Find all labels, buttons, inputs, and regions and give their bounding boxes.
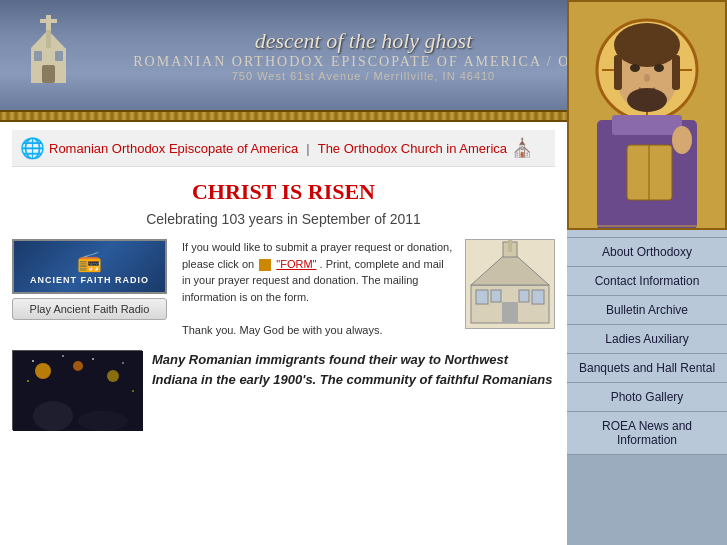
sidebar-item-contact-information[interactable]: Contact Information <box>567 267 727 296</box>
svg-rect-34 <box>532 290 544 304</box>
immigrants-section: Many Romanian immigrants found their way… <box>12 350 555 430</box>
svg-point-19 <box>627 88 667 112</box>
church-icon <box>18 10 78 95</box>
ancient-faith-radio-banner: 📻 ANCIENT FAITH RADIO <box>12 239 167 294</box>
svg-point-47 <box>27 380 29 382</box>
svg-point-43 <box>32 360 34 362</box>
christ-risen-heading: CHRIST IS RISEN <box>12 179 555 205</box>
sidebar-item-bulletin-archive[interactable]: Bulletin Archive <box>567 296 727 325</box>
prayer-icon-small <box>259 259 271 271</box>
radio-box: 📻 ANCIENT FAITH RADIO Play Ancient Faith… <box>12 239 172 320</box>
svg-point-41 <box>33 401 73 431</box>
svg-rect-15 <box>672 55 680 90</box>
page-header: descent of the holy ghost Romanian Ortho… <box>0 0 727 110</box>
sidebar-item-photo-gallery[interactable]: Photo Gallery <box>567 383 727 412</box>
svg-rect-6 <box>55 51 63 61</box>
prayer-text-block: If you would like to submit a prayer req… <box>182 239 455 338</box>
church-building-image <box>465 239 555 329</box>
svg-point-40 <box>107 370 119 382</box>
svg-rect-36 <box>519 290 529 302</box>
svg-point-13 <box>614 23 680 67</box>
immigrants-paragraph: Many Romanian immigrants found their way… <box>152 350 555 389</box>
svg-point-38 <box>35 363 51 379</box>
celebrating-text: Celebrating 103 years in September of 20… <box>12 211 555 227</box>
header-text-block: descent of the holy ghost Romanian Ortho… <box>133 28 593 82</box>
form-link[interactable]: "FORM" <box>276 258 316 270</box>
church-title: descent of the holy ghost <box>133 28 593 54</box>
sidebar-item-about-orthodoxy[interactable]: About Orthodoxy <box>567 238 727 267</box>
immigrants-image <box>12 350 142 430</box>
svg-rect-1 <box>40 19 57 23</box>
svg-point-48 <box>132 390 134 392</box>
church-link-icon: ⛪ <box>511 137 533 159</box>
jesus-icon-image <box>567 0 727 230</box>
play-radio-button[interactable]: Play Ancient Faith Radio <box>12 298 167 320</box>
radio-prayer-section: 📻 ANCIENT FAITH RADIO Play Ancient Faith… <box>12 239 555 338</box>
link-separator: | <box>306 141 309 156</box>
ancient-radio-label: ANCIENT FAITH RADIO <box>30 275 149 285</box>
sidebar-item-banquets[interactable]: Banquets and Hall Rental <box>567 354 727 383</box>
radio-antenna-icon: 📻 <box>77 249 102 273</box>
svg-rect-5 <box>34 51 42 61</box>
prayer-closing: Thank you. May God be with you always. <box>182 324 383 336</box>
sidebar-item-roea-news[interactable]: ROEA News and Information <box>567 412 727 455</box>
svg-point-24 <box>672 126 692 154</box>
svg-rect-31 <box>508 240 512 252</box>
content-area: 🌐 Romanian Orthodox Episcopate of Americ… <box>0 122 567 545</box>
svg-point-17 <box>654 64 664 72</box>
svg-rect-33 <box>476 290 488 304</box>
svg-point-45 <box>92 358 94 360</box>
church-subtitle: Romanian Orthodox Episcopate of America … <box>133 54 593 70</box>
svg-point-39 <box>73 361 83 371</box>
ornament-border <box>0 110 567 122</box>
svg-point-16 <box>630 64 640 72</box>
svg-rect-32 <box>502 302 518 323</box>
orthodox-link[interactable]: The Orthodox Church in America <box>318 141 507 156</box>
svg-point-44 <box>62 355 64 357</box>
links-bar: 🌐 Romanian Orthodox Episcopate of Americ… <box>12 130 555 167</box>
svg-point-46 <box>122 362 124 364</box>
svg-rect-4 <box>42 65 55 83</box>
episcopate-link[interactable]: Romanian Orthodox Episcopate of America <box>49 141 298 156</box>
svg-rect-14 <box>614 55 622 90</box>
svg-rect-21 <box>612 115 682 135</box>
globe-icon: 🌐 <box>20 136 45 160</box>
svg-rect-7 <box>46 30 51 48</box>
svg-point-42 <box>78 411 128 431</box>
church-address: 750 West 61st Avenue / Merrillville, IN … <box>133 70 593 82</box>
svg-point-18 <box>644 74 650 82</box>
sidebar-item-ladies-auxiliary[interactable]: Ladies Auxiliary <box>567 325 727 354</box>
svg-rect-35 <box>491 290 501 302</box>
